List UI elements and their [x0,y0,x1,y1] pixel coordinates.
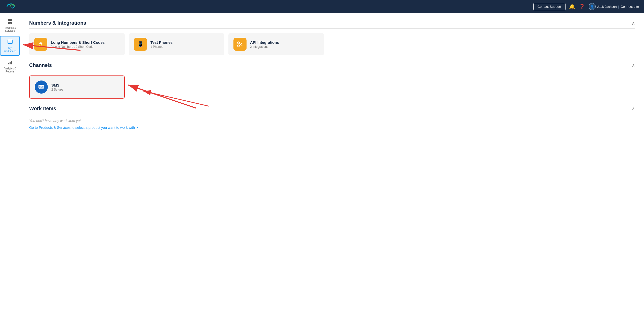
api-integrations-icon-wrapper [233,38,247,51]
test-phones-subtitle: 1 Phones [150,45,173,49]
sms-channel-card[interactable]: SMS SMS 2 Setups [29,75,125,99]
api-integrations-title: API Integrations [250,40,279,45]
svg-rect-7 [11,61,12,64]
test-phones-card[interactable]: 📱 Test Phones 1 Phones [129,33,224,55]
svg-point-9 [237,45,239,47]
sms-title: SMS [51,83,63,87]
svg-rect-4 [8,40,12,44]
main-content: Numbers & Integrations ∧ # Long Numbers … [20,13,644,323]
app-logo [5,3,16,11]
long-numbers-subtitle: 0 Long Numbers , 0 Short Code [51,45,105,49]
svg-rect-1 [10,19,12,21]
test-phones-icon-wrapper: 📱 [134,38,147,51]
user-plan-label: Connect Lite [621,5,639,9]
test-phones-text: Test Phones 1 Phones [150,40,173,49]
long-numbers-title: Long Numbers & Short Codes [51,40,105,45]
sidebar-item-my-workspace[interactable]: My Workspace [0,36,20,56]
long-numbers-text: Long Numbers & Short Codes 0 Long Number… [51,40,105,49]
work-items-empty-text: You don't have any work item yet [29,119,635,123]
work-items-chevron[interactable]: ∧ [632,106,635,111]
test-phones-title: Test Phones [150,40,173,45]
contact-support-button[interactable]: Contact Support [533,3,566,10]
svg-line-10 [239,43,242,46]
svg-rect-0 [8,19,10,21]
svg-text:SMS: SMS [39,86,44,88]
user-name-label: Jack Jackson [597,5,617,9]
bell-icon[interactable]: 🔔 [569,4,575,10]
logo-area [5,3,16,11]
numbers-integrations-chevron[interactable]: ∧ [632,20,635,26]
numbers-integrations-title: Numbers & Integrations [29,20,86,26]
go-to-products-link[interactable]: Go to Products & Services to select a pr… [29,126,138,130]
numbers-integrations-header: Numbers & Integrations ∧ [29,20,635,29]
channels-header: Channels ∧ [29,62,635,71]
separator: | [618,5,619,9]
analytics-reports-label: Analytics & Reports [2,67,18,73]
sms-bubble-icon: SMS [38,84,45,90]
api-integrations-subtitle: 2 Integrations [250,45,279,49]
svg-rect-2 [8,22,10,24]
help-circle-icon[interactable]: ❓ [579,4,585,10]
svg-rect-6 [10,62,11,64]
sms-subtitle: 2 Setups [51,88,63,91]
nav-right-area: Contact Support 🔔 ❓ 👤 Jack Jackson | Con… [533,3,639,10]
svg-point-8 [237,42,239,44]
my-workspace-label: My Workspace [3,47,17,53]
api-integrations-text: API Integrations 2 Integrations [250,40,279,49]
phone-icon: 📱 [137,41,144,48]
long-numbers-icon-wrapper: # [34,38,47,51]
sidebar-item-analytics-reports[interactable]: Analytics & Reports [0,57,20,76]
svg-line-11 [239,43,242,45]
hash-icon: # [39,41,42,48]
user-info-area: 👤 Jack Jackson | Connect Lite [589,3,639,10]
svg-rect-5 [8,63,9,64]
top-navigation: Contact Support 🔔 ❓ 👤 Jack Jackson | Con… [0,0,644,13]
sidebar: Products & Services My Workspace [0,13,20,323]
scissors-icon [237,41,243,48]
sms-text: SMS 2 Setups [51,83,63,91]
app-layout: Products & Services My Workspace [0,0,644,323]
api-integrations-card[interactable]: API Integrations 2 Integrations [228,33,324,55]
analytics-reports-icon [7,59,13,66]
user-avatar: 👤 [589,3,596,10]
work-items-title: Work Items [29,106,56,111]
channels-title: Channels [29,62,52,68]
sidebar-item-products-services[interactable]: Products & Services [0,16,20,35]
products-services-icon [7,19,13,25]
numbers-integrations-cards: # Long Numbers & Short Codes 0 Long Numb… [29,33,635,55]
sms-icon-wrapper: SMS [35,80,48,94]
products-services-label: Products & Services [2,26,18,32]
my-workspace-icon [7,39,13,46]
channels-chevron[interactable]: ∧ [632,63,635,68]
annotation-arrows [20,13,644,323]
svg-rect-3 [10,22,12,24]
long-numbers-card[interactable]: # Long Numbers & Short Codes 0 Long Numb… [29,33,125,55]
work-items-header: Work Items ∧ [29,106,635,114]
